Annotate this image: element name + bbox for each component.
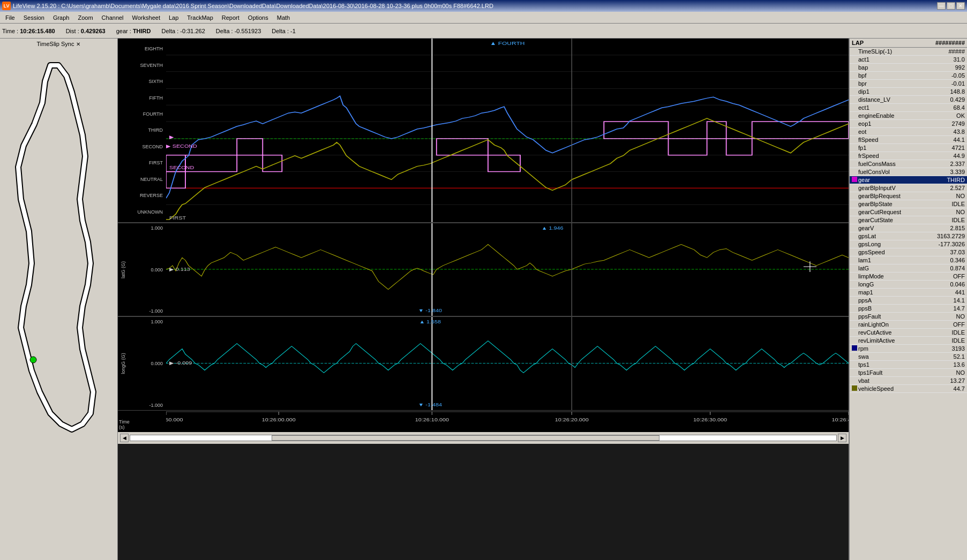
data-list-row[interactable]: tps1Fault NO xyxy=(850,369,967,377)
time-axis-footer-label: Time(s) xyxy=(118,419,130,430)
data-list-row[interactable]: rpm 3193 xyxy=(850,345,967,353)
data-row-value: 0.046 xyxy=(933,281,965,287)
data-list-row[interactable]: ppsB 14.7 xyxy=(850,305,967,313)
status-time: Time : 10:26:15.480 xyxy=(2,28,55,34)
data-list-row[interactable]: distance_LV 0.429 xyxy=(850,96,967,104)
data-list-row[interactable]: lam1 0.346 xyxy=(850,256,967,264)
data-list-row[interactable]: frSpeed 44.9 xyxy=(850,152,967,160)
svg-text:▶: ▶ xyxy=(169,134,174,140)
data-list-row[interactable]: flSpeed 44.1 xyxy=(850,136,967,144)
menu-zoom[interactable]: Zoom xyxy=(73,13,97,22)
scroll-right-button[interactable]: ▶ xyxy=(838,434,846,442)
svg-text:▼ -1.484: ▼ -1.484 xyxy=(418,402,443,407)
data-list-row[interactable]: rainLightOn OFF xyxy=(850,321,967,329)
data-list-row[interactable]: vbat 13.27 xyxy=(850,377,967,385)
menu-trackmap[interactable]: TrackMap xyxy=(183,13,218,22)
data-list-row[interactable]: dip1 148.8 xyxy=(850,88,967,96)
gear-y-sixth: SIXTH xyxy=(119,79,165,84)
data-row-name: dip1 xyxy=(852,88,933,95)
data-list-row[interactable]: ppsFault NO xyxy=(850,313,967,321)
menu-graph[interactable]: Graph xyxy=(49,13,74,22)
data-row-name: eop1 xyxy=(852,120,933,127)
data-row-value: 2.815 xyxy=(933,225,965,231)
data-list-row[interactable]: engineEnable OK xyxy=(850,112,967,120)
data-list-row[interactable]: gearCutState IDLE xyxy=(850,216,967,224)
data-row-name: flSpeed xyxy=(852,137,933,143)
data-list-row[interactable]: bpf -0.05 xyxy=(850,72,967,80)
maximize-button[interactable]: □ xyxy=(947,2,955,10)
titlebar: LV LifeView 2.15.20 : C:\Users\grahamb\D… xyxy=(0,0,967,12)
data-list-row[interactable]: gpsLong -177.3026 xyxy=(850,240,967,248)
data-list-row[interactable]: gpsLat 3163.2729 xyxy=(850,232,967,240)
data-row-value: 14.7 xyxy=(933,305,965,312)
data-row-value: NO xyxy=(933,313,965,320)
scrollbar-thumb[interactable] xyxy=(272,435,660,441)
data-list-row[interactable]: revLimitActive IDLE xyxy=(850,337,967,345)
data-row-value: 37.03 xyxy=(933,249,965,255)
data-list-row[interactable]: limpMode OFF xyxy=(850,273,967,281)
data-row-value: NO xyxy=(933,193,965,199)
close-button[interactable]: ✕ xyxy=(956,2,965,10)
data-list-row[interactable]: bpr -0.01 xyxy=(850,80,967,88)
longg-chart: 1.000 0.000 -1.000 longG (G) ▲ 1.558 xyxy=(118,317,849,411)
data-list-row[interactable]: map1 441 xyxy=(850,289,967,297)
longg-chart-svg: ▲ 1.558 ▼ -1.484 ▶ -0.009 xyxy=(166,317,849,410)
svg-text:FIRST: FIRST xyxy=(169,215,186,221)
data-list-row[interactable]: gearBlpRequest NO xyxy=(850,192,967,200)
data-list-row[interactable]: gear THIRD xyxy=(850,176,967,184)
data-list-row[interactable]: gearCutRequest NO xyxy=(850,208,967,216)
scrollbar-track[interactable] xyxy=(130,435,837,441)
data-list-row[interactable]: bap 992 xyxy=(850,64,967,72)
menu-channel[interactable]: Channel xyxy=(98,13,128,22)
data-list-row[interactable]: ppsA 14.1 xyxy=(850,297,967,305)
app-icon: LV xyxy=(2,2,11,10)
data-list-row[interactable]: gpsSpeed 37.03 xyxy=(850,248,967,256)
minimize-button[interactable]: — xyxy=(937,2,946,10)
menu-file[interactable]: File xyxy=(1,13,19,22)
data-row-name: tps1 xyxy=(852,361,933,368)
scrollbar-area[interactable]: ◀ ▶ xyxy=(118,432,849,444)
latg-chart-svg: ▲ 1.946 ▼ -1.840 ▶ 0.113 xyxy=(166,223,849,316)
titlebar-buttons[interactable]: — □ ✕ xyxy=(937,2,965,10)
svg-text:SECOND: SECOND xyxy=(169,164,194,170)
data-list-row[interactable]: vehicleSpeed 44.7 xyxy=(850,385,967,393)
data-list-row[interactable]: fuelConsMass 2.337 xyxy=(850,160,967,168)
data-list-row[interactable]: gearV 2.815 xyxy=(850,224,967,232)
menu-report[interactable]: Report xyxy=(218,13,244,22)
gear-y-fifth: FIFTH xyxy=(119,95,165,101)
timeslip-close[interactable]: ✕ xyxy=(76,41,80,47)
menu-options[interactable]: Options xyxy=(244,13,273,22)
timeslip-header: TimeSlip Sync ✕ xyxy=(37,41,81,47)
data-list-row[interactable]: eop1 2749 xyxy=(850,120,967,128)
titlebar-left: LV LifeView 2.15.20 : C:\Users\grahamb\D… xyxy=(2,2,493,10)
data-list-row[interactable]: eot 43.8 xyxy=(850,128,967,136)
data-row-name: frSpeed xyxy=(852,153,933,159)
data-list-row[interactable]: act1 31.0 xyxy=(850,56,967,64)
data-row-value: 52.1 xyxy=(933,353,965,360)
svg-text:10:26:00.000: 10:26:00.000 xyxy=(262,417,296,422)
data-list-row[interactable]: tps1 13.6 xyxy=(850,361,967,369)
data-list-row[interactable]: revCutActive IDLE xyxy=(850,329,967,337)
data-row-value: 44.1 xyxy=(933,137,965,143)
data-row-name: fuelConsVol xyxy=(852,169,933,175)
menu-session[interactable]: Session xyxy=(19,13,49,22)
data-list-row[interactable]: TimeSLip(-1) ##### xyxy=(850,48,967,56)
data-header-name: LAP xyxy=(852,40,864,46)
svg-rect-22 xyxy=(707,122,726,139)
data-list-row[interactable]: swa 52.1 xyxy=(850,353,967,361)
scroll-left-button[interactable]: ◀ xyxy=(120,434,129,442)
data-list-row[interactable]: latG 0.874 xyxy=(850,264,967,273)
data-list-row[interactable]: gearBlpInputV 2.527 xyxy=(850,184,967,192)
data-list-row[interactable]: fuelConsVol 3.339 xyxy=(850,168,967,176)
menu-math[interactable]: Math xyxy=(273,13,294,22)
data-list-row[interactable]: longG 0.046 xyxy=(850,281,967,289)
menu-lap[interactable]: Lap xyxy=(164,13,183,22)
data-list-row[interactable]: gearBlpState IDLE xyxy=(850,200,967,208)
gear-y-second: SECOND xyxy=(119,144,165,149)
menu-worksheet[interactable]: Worksheet xyxy=(128,13,164,22)
center-panel: EIGHTH SEVENTH SIXTH FIFTH FOURTH THIRD … xyxy=(118,39,849,560)
svg-text:10:26:30.000: 10:26:30.000 xyxy=(693,417,728,422)
data-list-row[interactable]: ect1 68.4 xyxy=(850,104,967,112)
data-list-row[interactable]: fp1 4721 xyxy=(850,144,967,152)
data-row-name: gpsLong xyxy=(852,241,933,247)
